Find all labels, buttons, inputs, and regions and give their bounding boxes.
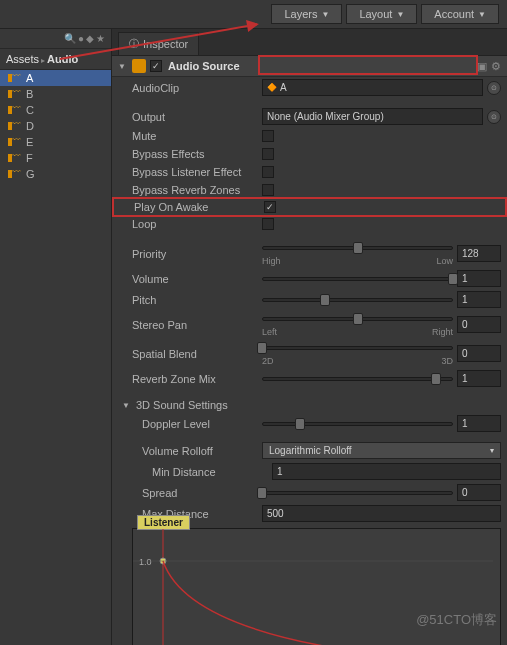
help-icon[interactable]: ▣ <box>477 60 487 73</box>
inspector-tab[interactable]: ⓘInspector <box>118 32 199 55</box>
asset-item[interactable]: B <box>0 86 111 102</box>
spatial-label: Spatial Blend <box>132 348 262 360</box>
reverb-label: Reverb Zone Mix <box>132 373 262 385</box>
volume-slider[interactable] <box>262 272 453 286</box>
bypass-effects-checkbox[interactable] <box>262 148 274 160</box>
tag-icon[interactable]: ◆ <box>86 33 94 44</box>
spatial-value[interactable]: 0 <box>457 345 501 362</box>
inspector-pane: ⓘInspector ▼ Audio Source ▣ ⚙ AudioClip … <box>112 29 507 645</box>
bypass-listener-checkbox[interactable] <box>262 166 274 178</box>
asset-list: A B C D E F G <box>0 70 111 645</box>
play-on-awake-label: Play On Awake <box>134 201 264 213</box>
audio-clip-icon: 🔶 <box>267 83 277 92</box>
info-icon: ⓘ <box>129 37 139 51</box>
chevron-down-icon: ▼ <box>478 10 486 19</box>
bypass-effects-label: Bypass Effects <box>132 148 262 160</box>
account-dropdown[interactable]: Account▼ <box>421 4 499 24</box>
asset-item[interactable]: C <box>0 102 111 118</box>
bypass-listener-label: Bypass Listener Effect <box>132 166 262 178</box>
audio-clip-icon <box>8 137 22 147</box>
project-pane: 🔍 ● ◆ ★ Assets▸Audio A B C D E F G <box>0 29 112 645</box>
audio-source-icon <box>132 59 146 73</box>
volume-label: Volume <box>132 273 262 285</box>
foldout-icon: ▼ <box>122 401 132 410</box>
priority-label: Priority <box>132 248 262 260</box>
spread-slider[interactable] <box>262 486 453 500</box>
gear-icon[interactable]: ⚙ <box>491 60 501 73</box>
tab-bar: ⓘInspector <box>112 29 507 56</box>
star-icon[interactable]: ★ <box>96 33 105 44</box>
asset-item[interactable]: D <box>0 118 111 134</box>
mute-checkbox[interactable] <box>262 130 274 142</box>
max-distance-field[interactable]: 500 <box>262 505 501 522</box>
search-icon[interactable]: 🔍 <box>64 33 76 44</box>
asset-item[interactable]: G <box>0 166 111 182</box>
audio-clip-icon <box>8 169 22 179</box>
reverb-value[interactable]: 1 <box>457 370 501 387</box>
bypass-reverb-checkbox[interactable] <box>262 184 274 196</box>
top-toolbar: Layers▼ Layout▼ Account▼ <box>0 0 507 29</box>
bypass-reverb-label: Bypass Reverb Zones <box>132 184 262 196</box>
asset-item[interactable]: A <box>0 70 111 86</box>
audio-clip-icon <box>8 105 22 115</box>
stereo-slider[interactable] <box>262 312 453 326</box>
component-title: Audio Source <box>168 60 240 72</box>
audio-clip-icon <box>8 153 22 163</box>
audio-clip-icon <box>8 121 22 131</box>
priority-slider[interactable] <box>262 241 453 255</box>
object-picker-icon[interactable]: ⊙ <box>487 110 501 124</box>
pitch-value[interactable]: 1 <box>457 291 501 308</box>
breadcrumb[interactable]: Assets▸Audio <box>0 49 111 70</box>
loop-label: Loop <box>132 218 262 230</box>
chevron-down-icon: ▼ <box>321 10 329 19</box>
min-distance-field[interactable]: 1 <box>272 463 501 480</box>
audioclip-label: AudioClip <box>132 82 262 94</box>
rolloff-label: Volume Rolloff <box>142 445 262 457</box>
mute-label: Mute <box>132 130 262 142</box>
watermark: @51CTO博客 <box>416 611 497 629</box>
audioclip-field[interactable]: 🔶A <box>262 79 483 96</box>
doppler-value[interactable]: 1 <box>457 415 501 432</box>
filter-icon[interactable]: ● <box>78 33 84 44</box>
stereo-label: Stereo Pan <box>132 319 262 331</box>
chevron-down-icon: ▾ <box>490 446 494 455</box>
output-field[interactable]: None (Audio Mixer Group) <box>262 108 483 125</box>
asset-item[interactable]: F <box>0 150 111 166</box>
loop-checkbox[interactable] <box>262 218 274 230</box>
layers-dropdown[interactable]: Layers▼ <box>271 4 342 24</box>
spread-label: Spread <box>142 487 262 499</box>
threeD-section-header[interactable]: ▼3D Sound Settings <box>112 395 507 413</box>
asset-item[interactable]: E <box>0 134 111 150</box>
spread-value[interactable]: 0 <box>457 484 501 501</box>
pitch-label: Pitch <box>132 294 262 306</box>
doppler-slider[interactable] <box>262 417 453 431</box>
pitch-slider[interactable] <box>262 293 453 307</box>
stereo-value[interactable]: 0 <box>457 316 501 333</box>
breadcrumb-root[interactable]: Assets <box>6 53 39 65</box>
layout-dropdown[interactable]: Layout▼ <box>346 4 417 24</box>
min-distance-label: Min Distance <box>152 466 272 478</box>
rolloff-dropdown[interactable]: Logarithmic Rolloff▾ <box>262 442 501 459</box>
object-picker-icon[interactable]: ⊙ <box>487 81 501 95</box>
chevron-right-icon: ▸ <box>41 56 45 65</box>
audio-clip-icon <box>8 89 22 99</box>
chevron-down-icon: ▼ <box>396 10 404 19</box>
spatial-slider[interactable] <box>262 341 453 355</box>
priority-value[interactable]: 128 <box>457 245 501 262</box>
reverb-slider[interactable] <box>262 372 453 386</box>
breadcrumb-folder[interactable]: Audio <box>47 53 78 65</box>
listener-label: Listener <box>137 515 190 530</box>
audio-clip-icon <box>8 73 22 83</box>
output-label: Output <box>132 111 262 123</box>
component-header[interactable]: ▼ Audio Source ▣ ⚙ <box>112 56 507 77</box>
volume-value[interactable]: 1 <box>457 270 501 287</box>
foldout-icon[interactable]: ▼ <box>118 62 128 71</box>
play-on-awake-checkbox[interactable] <box>264 201 276 213</box>
doppler-label: Doppler Level <box>142 418 262 430</box>
component-enable-checkbox[interactable] <box>150 60 162 72</box>
